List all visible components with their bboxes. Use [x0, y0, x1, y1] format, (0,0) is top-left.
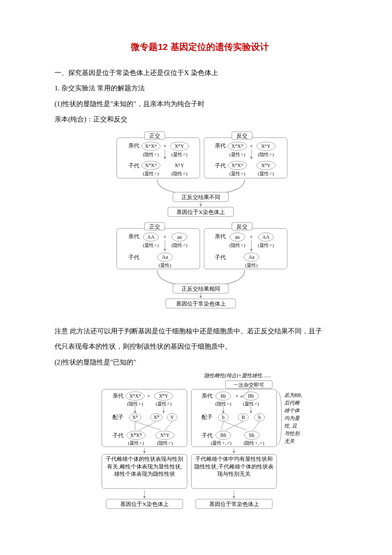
pheno: (隐性♀,♂) [244, 440, 265, 446]
svg-text:×: × [250, 234, 253, 240]
geno: b [222, 414, 225, 420]
pheno: (显性♂) [258, 243, 274, 248]
pheno: (显性♀) [229, 171, 245, 176]
geno: XᴬXᴬ [231, 143, 243, 149]
geno: Bb [248, 393, 254, 399]
geno: XᴬXᵃ [145, 162, 156, 168]
zhengjiao-label: 正交 [149, 223, 160, 230]
geno: aa [177, 234, 182, 240]
fanjiao-label: 反交 [236, 133, 248, 139]
geno: AA [262, 234, 270, 240]
conclusion-auto: 基因位于常染色体上 [176, 301, 226, 307]
geno: Xᵇ [132, 414, 138, 420]
zidai-label: 子代 [215, 254, 226, 260]
pheno: (显性) [245, 263, 258, 268]
pheno: (隐性♀) [127, 401, 143, 407]
geno: XᴮXᵇ [130, 432, 141, 438]
peizi-label: 配子 [202, 414, 213, 420]
pheno: (显性♀,♂) [211, 440, 232, 446]
pheno: (隐性♂) [171, 171, 187, 176]
zidai-label: 子代 [128, 254, 139, 260]
pheno: (隐性♂) [258, 152, 274, 157]
pheno: (隐性♀) [215, 401, 231, 407]
svg-text:×: × [164, 143, 167, 149]
svg-line-61 [225, 422, 243, 430]
svg-line-48 [165, 422, 172, 430]
pheno: (显性♂) [156, 401, 172, 407]
geno: XᵃY [175, 162, 184, 168]
pheno: (显性♀) [143, 243, 159, 248]
svg-line-62 [223, 422, 247, 430]
zidai-label: 子代 [128, 162, 139, 169]
note-1b: 代只表现母本的性状，则控制该性状的基因位于细胞质中。 [55, 340, 345, 353]
geno: XᴬXᵃ [231, 162, 243, 168]
side-note: 均为显 [284, 415, 300, 421]
geno: XᴮY [159, 393, 169, 399]
side-note: 雄个体 [284, 408, 300, 413]
zidai-label: 子代 [202, 432, 213, 439]
svg-text:×: × [147, 393, 150, 399]
pheno: (隐性♂) [157, 440, 173, 446]
pheno: (隐性♂) [171, 243, 187, 248]
geno: Bb [220, 432, 226, 438]
svg-text:×: × [164, 234, 167, 240]
pheno: (显性♂) [171, 152, 187, 157]
pheno: (隐性♀) [229, 243, 245, 248]
svg-text:×: × [236, 393, 239, 399]
geno: XᵃY [261, 143, 271, 149]
para-3: (2)性状的显隐性是"已知的" [55, 356, 345, 369]
heading-2: 1. 杂交实验法 常用的解题方法 [55, 82, 345, 95]
explain-right: 子代雌雄个体中均有显性性状和隐性性状,子代雌雄个体的性状表现与性别无关 [194, 456, 274, 478]
heading-1: 一、探究基因是位于常染色体上还是仅位于X 染色体上 [55, 66, 345, 79]
geno: XᴬY [175, 143, 184, 149]
geno: aa [235, 234, 240, 240]
svg-text:×: × [250, 143, 253, 149]
zidai-label: 子代 [215, 162, 226, 169]
geno: Xᴮ [153, 414, 159, 420]
side-note: 无关 [284, 438, 295, 444]
geno: XᵃXᵃ [145, 143, 156, 149]
geno: Aa [248, 254, 255, 260]
qindai-label: 亲代 [215, 233, 226, 240]
para-1: (1)性状的显隐性是"未知的"，且亲本均为纯合子时 [55, 98, 345, 110]
pheno: (显性♀) [229, 152, 245, 157]
qindai-label: 亲代 [128, 142, 139, 149]
note-1: 注意 此方法还可以用于判断基因是位于细胞核中还是细胞质中。若正反交结果不同，且子 [55, 325, 345, 338]
geno: bb [249, 432, 254, 438]
result-same: 正反交结果相同 [182, 286, 220, 292]
svg-line-63 [253, 422, 259, 430]
geno: Aa [162, 254, 168, 260]
geno: XᵇY [160, 432, 170, 438]
result-diff: 正反交结果不同 [182, 194, 220, 200]
explain-left: 子代雌雄个体的性状表现与性别有关,雌性个体表现为显性性状,雄性个体表现为隐性性状 [104, 456, 184, 478]
top-note: 隐性雌性(纯合)×显性雄性…… [204, 373, 271, 379]
pheno: (显性♀) [143, 171, 159, 176]
qindai-label: 亲代 [202, 393, 213, 399]
geno: AA [147, 234, 155, 240]
pheno: (显性♀) [128, 440, 144, 446]
page-title: 微专题12 基因定位的遗传实验设计 [55, 38, 345, 55]
geno: Y [170, 414, 174, 420]
geno: XᴬY [261, 162, 271, 168]
side-note: 与性别 [284, 431, 300, 436]
side-note: 若为BB, [284, 392, 302, 398]
page: 微专题12 基因定位的遗传实验设计 一、探究基因是位于常染色体上还是仅位于X 染… [0, 0, 392, 555]
pheno: (显性) [159, 263, 171, 268]
fanjiao-label: 反交 [236, 223, 248, 230]
pheno: (显性♂) [258, 171, 274, 176]
figure-1-svg: 正交 亲代 XᵃXᵃ × XᴬY (隐性♀) (显性♂) 子代 XᴬXᵃ XᵃY… [102, 128, 298, 316]
peizi-label: 配子 [112, 414, 124, 420]
figure-2-svg: 隐性雌性(纯合)×显性雄性…… 一次杂交即可 亲代 XᵇXᵇ × XᴮY (隐性… [93, 371, 306, 514]
qindai-label: 亲代 [215, 142, 226, 149]
figure-2: 隐性雌性(纯合)×显性雄性…… 一次杂交即可 亲代 XᵇXᵇ × XᴮY (隐性… [55, 371, 345, 518]
zhengjiao-label: 正交 [149, 133, 160, 139]
qindai-label: 亲代 [128, 233, 139, 240]
geno: b [258, 414, 261, 420]
conclusion-x: 基因位于X染色体上 [120, 501, 168, 507]
geno: B [242, 414, 245, 420]
conclusion-auto: 基因位于常染色体上 [209, 501, 259, 507]
geno: XᵇXᵇ [129, 393, 141, 399]
svg-line-60 [221, 422, 223, 430]
svg-line-47 [135, 422, 161, 430]
figure-1: 正交 亲代 XᵃXᵃ × XᴬY (隐性♀) (显性♂) 子代 XᴬXᵃ XᵃY… [55, 128, 345, 320]
